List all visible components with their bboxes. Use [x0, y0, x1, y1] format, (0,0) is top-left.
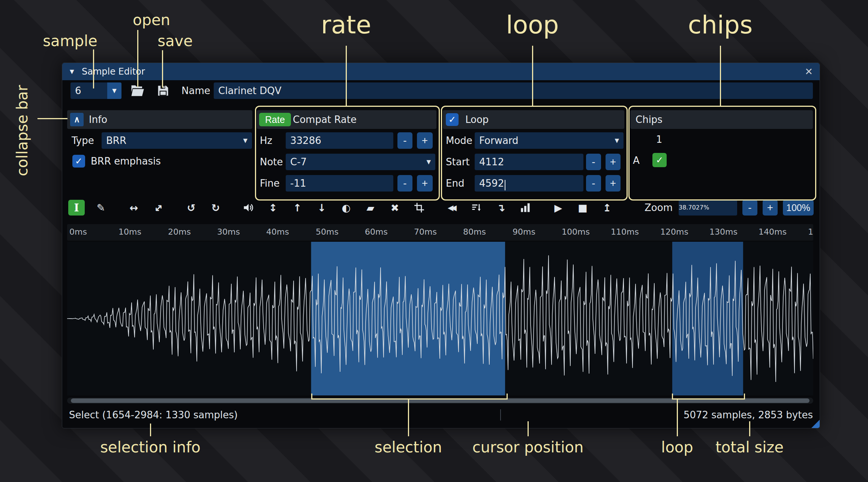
info-panel-header[interactable]: ∧ Info: [67, 110, 252, 129]
annotation-total-size: total size: [715, 439, 784, 456]
annotation-line-loop-bottom: [677, 399, 678, 436]
annotation-loop: loop: [506, 10, 559, 39]
ruler-tick: 40ms: [266, 227, 289, 237]
name-input[interactable]: Clarinet DQV: [214, 82, 813, 99]
undo-button[interactable]: ↺: [183, 200, 199, 216]
brr-emphasis-label: BRR emphasis: [91, 153, 161, 169]
insert-button[interactable]: ↴: [493, 200, 509, 216]
fade-button[interactable]: ↓: [313, 200, 330, 216]
ruler-tick: 60ms: [365, 227, 388, 237]
info-header-label: Info: [89, 110, 107, 129]
export-button[interactable]: ↥: [599, 200, 615, 216]
diagonal-arrows-icon: ↔: [151, 201, 165, 215]
annotation-sample: sample: [43, 32, 97, 49]
ruler-tick: 10ms: [118, 227, 141, 237]
upload-icon: ↥: [603, 202, 612, 214]
zoom-in-button[interactable]: +: [763, 200, 778, 216]
annotation-save: save: [157, 32, 193, 49]
half-circle-icon: ◐: [342, 202, 351, 214]
amplify-button[interactable]: ↕: [265, 200, 281, 216]
type-dropdown[interactable]: BRR ▼: [102, 132, 252, 149]
annotation-box-chips: [628, 106, 816, 201]
zoom-value: 38.7027%: [679, 204, 709, 211]
selection-info-text: Select (1654-2984: 1330 samples): [69, 406, 238, 424]
titlebar[interactable]: ▼ Sample Editor ✕: [62, 63, 820, 80]
invert-button[interactable]: ◐: [338, 200, 354, 216]
annotation-chips: chips: [688, 10, 753, 39]
preview-button[interactable]: [240, 200, 257, 216]
ruler-tick: 100ms: [562, 227, 590, 237]
sample-selector[interactable]: 6 ▼: [70, 82, 121, 99]
ruler-tick: 80ms: [463, 227, 486, 237]
play-button[interactable]: ▶: [550, 200, 567, 216]
annotation-open: open: [133, 11, 170, 28]
ruler-tick: 30ms: [217, 227, 240, 237]
ruler-tick: 140ms: [759, 227, 787, 237]
save-button[interactable]: [154, 82, 172, 99]
ruler-tick: 70ms: [414, 227, 437, 237]
speaker-icon: [243, 202, 254, 213]
trim-button[interactable]: [411, 200, 427, 216]
brr-emphasis-checkbox[interactable]: ✓: [72, 155, 85, 168]
toolbar: I ✎ ↔ ↔ ↺ ↻ ↕ ↑ ↓ ◐ ▰ ✖ ◀◀: [68, 199, 814, 216]
resize-button[interactable]: ↔: [126, 200, 142, 216]
arrow-turn-down-icon: ↴: [497, 202, 505, 214]
crop-icon: [414, 202, 424, 213]
normalize-button[interactable]: ↑: [289, 200, 306, 216]
resample-button[interactable]: ↔: [150, 200, 166, 216]
chevron-down-icon: ▼: [243, 132, 247, 149]
annotation-bracket-loop: [672, 394, 745, 400]
zoom-reset-button[interactable]: 100%: [783, 200, 814, 216]
name-value: Clarinet DQV: [214, 82, 281, 99]
annotation-selection: selection: [375, 439, 442, 456]
selection-region[interactable]: [311, 242, 505, 395]
filter-button[interactable]: [517, 200, 534, 216]
histogram-icon: [520, 202, 531, 213]
annotation-line-total-size: [749, 421, 750, 436]
double-left-arrows-icon: ◀◀: [448, 203, 457, 212]
undo-icon: ↺: [187, 202, 196, 214]
redo-button[interactable]: ↻: [207, 200, 224, 216]
draw-tool-button[interactable]: ✎: [93, 200, 109, 216]
collapse-button[interactable]: ∧: [70, 113, 84, 126]
check-icon: ✓: [75, 156, 82, 166]
delete-button[interactable]: ✖: [387, 200, 403, 216]
sort-button[interactable]: [468, 200, 485, 216]
annotation-line-sample: [93, 49, 94, 88]
zoom-input[interactable]: 38.7027%: [679, 200, 737, 216]
annotation-line-chips: [720, 46, 721, 106]
sort-descending-icon: [471, 202, 482, 213]
status-bar: Select (1654-2984: 1330 samples) 5072 sa…: [62, 406, 820, 424]
type-value: BRR: [102, 132, 126, 149]
sample-selector-value: 6: [70, 82, 81, 99]
window-collapse-icon[interactable]: ▼: [70, 63, 74, 80]
arrow-down-icon: ↓: [318, 202, 326, 214]
zoom-out-button[interactable]: -: [742, 200, 757, 216]
pencil-icon: ✎: [97, 202, 105, 214]
resize-grip[interactable]: [811, 420, 820, 428]
redo-icon: ↻: [211, 202, 220, 214]
annotation-line-rate: [346, 46, 347, 106]
ruler-tick: 50ms: [316, 227, 339, 237]
silence-button[interactable]: ▰: [362, 200, 379, 216]
ruler-tick: 120ms: [660, 227, 688, 237]
select-tool-button[interactable]: I: [68, 200, 85, 216]
timeline-ruler[interactable]: 0ms 10ms 20ms 30ms 40ms 50ms 60ms 70ms 8…: [67, 224, 813, 241]
ruler-tick: 90ms: [513, 227, 535, 237]
annotation-line-open: [137, 30, 138, 87]
arrow-up-icon: ↑: [293, 202, 302, 214]
annotation-line-save: [162, 50, 163, 88]
waveform-display[interactable]: [67, 242, 813, 395]
x-mark-icon: ✖: [391, 202, 399, 214]
annotation-box-rate: [255, 106, 440, 201]
vertical-arrows-icon: ↕: [269, 202, 277, 214]
name-label: Name: [181, 82, 210, 99]
rewind-button[interactable]: ◀◀: [444, 200, 460, 216]
chevron-down-icon[interactable]: ▼: [107, 82, 121, 99]
annotation-box-loop: [441, 106, 628, 201]
annotation-line-selection-info: [150, 424, 151, 436]
close-icon[interactable]: ✕: [805, 63, 813, 80]
annotation-line-selection: [408, 399, 409, 436]
stop-icon: ■: [578, 202, 588, 214]
stop-button[interactable]: ■: [574, 200, 591, 216]
